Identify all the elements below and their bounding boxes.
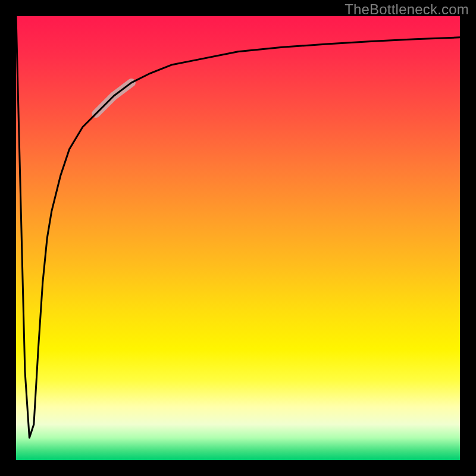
chart-plot-area xyxy=(16,16,460,460)
watermark-text: TheBottleneck.com xyxy=(345,1,469,18)
bottleneck-curve xyxy=(16,16,460,460)
curve-main xyxy=(16,16,460,438)
